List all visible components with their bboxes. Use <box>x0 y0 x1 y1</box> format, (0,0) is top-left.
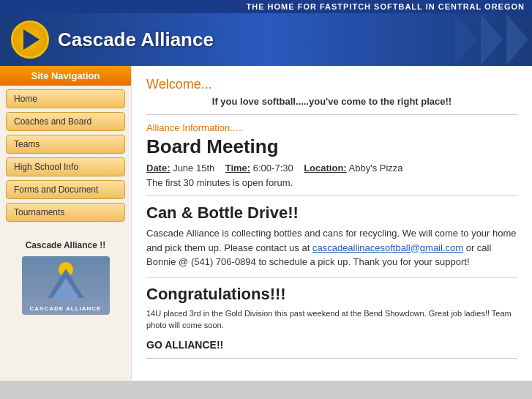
sidebar-logo-section: Cascade Alliance !! CASCADE ALLIANCE <box>0 233 131 322</box>
sidebar-item-tournaments[interactable]: Tournaments <box>6 203 125 222</box>
congrats-title: Congratulations!!! <box>146 285 517 304</box>
sidebar-title: Site Navigation <box>0 66 131 86</box>
welcome-subtitle: If you love softball.....you've come to … <box>146 96 517 107</box>
divider-1 <box>146 114 517 115</box>
chevron-icon-2 <box>481 14 503 65</box>
divider-3 <box>146 277 517 277</box>
alliance-info-heading: Alliance Information..... <box>146 122 517 133</box>
meeting-location: Abby's Pizza <box>349 163 403 174</box>
sidebar-item-home[interactable]: Home <box>6 89 125 108</box>
sidebar-item-forms[interactable]: Forms and Document <box>6 180 125 199</box>
tagline-text: THE HOME FOR FASTPITCH SOFTBALL IN CENTR… <box>247 2 525 11</box>
email-link[interactable]: cascadeallinacesoftball@gmail.com <box>312 242 463 253</box>
can-bottle-title: Can & Bottle Drive!! <box>146 204 517 223</box>
sidebar-logo-title: Cascade Alliance !! <box>7 240 124 250</box>
chevron-decoration <box>444 13 532 66</box>
congrats-text: 14U placed 3rd in the Gold Division this… <box>146 307 517 332</box>
sidebar-item-teams[interactable]: Teams <box>6 135 125 154</box>
can-bottle-text: Cascade Alliance is collecting bottles a… <box>146 226 517 269</box>
meeting-date: June 15th <box>173 163 214 174</box>
chevron-icon-3 <box>506 14 528 65</box>
open-forum-text: The first 30 minutes is open forum. <box>146 177 517 188</box>
chevron-icon-1 <box>455 14 477 65</box>
logo-small-text: CASCADE ALLIANCE <box>22 305 110 312</box>
footer-bar <box>0 381 532 384</box>
divider-4 <box>146 358 517 359</box>
cascade-alliance-logo: CASCADE ALLIANCE <box>22 256 110 315</box>
site-title: Cascade Alliance <box>58 29 214 51</box>
mountains-icon <box>22 269 110 300</box>
arrow-icon <box>23 29 40 50</box>
divider-2 <box>146 195 517 196</box>
time-label: Time: <box>225 163 250 174</box>
mountain-center <box>51 278 80 300</box>
date-label: Date: <box>146 163 171 174</box>
header-tagline: THE HOME FOR FASTPITCH SOFTBALL IN CENTR… <box>0 0 532 13</box>
main-content: Welcome... If you love softball.....you'… <box>132 66 532 381</box>
sidebar-item-coaches[interactable]: Coaches and Board <box>6 112 125 131</box>
main-wrapper: Site Navigation Home Coaches and Board T… <box>0 66 532 381</box>
sidebar: Site Navigation Home Coaches and Board T… <box>0 66 132 381</box>
board-meeting-title: Board Meeting <box>146 135 517 158</box>
meeting-time: 6:00-7:30 <box>253 163 293 174</box>
location-label: Location: <box>304 163 347 174</box>
meeting-details: Date: June 15th Time: 6:00-7:30 Location… <box>146 163 517 174</box>
sidebar-item-highschool[interactable]: High School Info <box>6 157 125 176</box>
site-header: THE HOME FOR FASTPITCH SOFTBALL IN CENTR… <box>0 0 532 66</box>
header-main: Cascade Alliance <box>0 13 532 66</box>
logo-icon <box>11 20 49 59</box>
welcome-heading: Welcome... <box>146 77 517 92</box>
go-alliance-text: GO ALLIANCE!! <box>146 339 517 351</box>
